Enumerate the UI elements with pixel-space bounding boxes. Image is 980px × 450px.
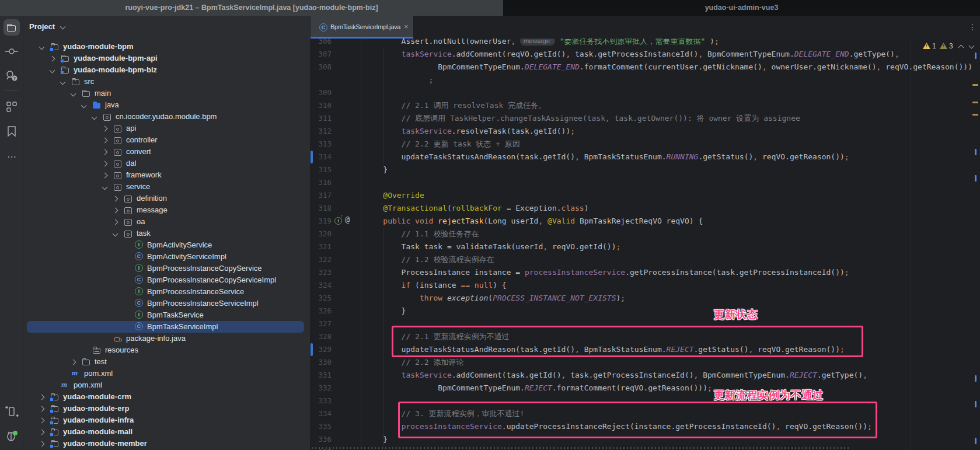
- line-number-324[interactable]: 324: [311, 279, 332, 292]
- line-number-321[interactable]: 321: [311, 240, 332, 253]
- line-number-336[interactable]: 336: [311, 433, 332, 446]
- tree-item-oa[interactable]: oa: [23, 216, 310, 228]
- line-number-325[interactable]: 325: [311, 292, 332, 305]
- tree-item-service[interactable]: service: [23, 181, 310, 193]
- chevron-right-icon[interactable]: [113, 219, 118, 225]
- code-line-323[interactable]: ProcessInstance instance = processInstan…: [365, 266, 849, 279]
- line-number-322[interactable]: 322: [311, 253, 332, 266]
- line-number-311[interactable]: 311: [311, 112, 332, 125]
- tree-item-yudao-module-bpm[interactable]: yudao-module-bpm: [23, 41, 310, 53]
- code-line-312[interactable]: taskService.resolveTask(task.getId());: [365, 125, 575, 138]
- tree-item-bpmprocessinstanceservice[interactable]: IBpmProcessInstanceService: [23, 286, 310, 298]
- tree-item-controller[interactable]: controller: [23, 134, 310, 146]
- tree-item-java[interactable]: java: [23, 99, 310, 111]
- tree-item-yudao-module-erp[interactable]: yudao-module-erp: [23, 403, 310, 414]
- tree-item-test[interactable]: test: [23, 356, 310, 368]
- code-line-314[interactable]: updateTaskStatusAndReason(task.getId(), …: [365, 151, 849, 163]
- chevron-down-icon[interactable]: [50, 68, 55, 74]
- code-line-326[interactable]: }: [365, 305, 406, 318]
- line-number-333[interactable]: 333: [311, 395, 332, 407]
- chevron-right-icon[interactable]: [113, 208, 118, 214]
- code-line-313[interactable]: // 2.2 更新 task 状态 + 原因: [365, 138, 520, 151]
- structure-icon[interactable]: [0, 98, 23, 114]
- chevron-right-icon[interactable]: [102, 138, 108, 144]
- code-area[interactable]: 3063073083093103113123133143153163173183…: [310, 39, 980, 450]
- tree-item-definition[interactable]: definition: [23, 193, 310, 204]
- code-line-307[interactable]: taskService.addComment(reqVO.getId(), ta…: [365, 48, 899, 61]
- error-stripe-mark[interactable]: [975, 175, 976, 182]
- tree-item-message[interactable]: message: [23, 204, 310, 216]
- line-number-334[interactable]: 334: [311, 407, 332, 420]
- chevron-right-icon[interactable]: [39, 441, 45, 447]
- chevron-right-icon[interactable]: [39, 406, 45, 412]
- code-line-wrap[interactable]: ;: [365, 74, 433, 86]
- line-number-313[interactable]: 313: [311, 138, 332, 151]
- line-number-331[interactable]: 331: [311, 369, 332, 382]
- tree-item-main[interactable]: main: [23, 88, 310, 99]
- line-number-327[interactable]: 327: [311, 318, 332, 330]
- tree-item-yudao-module-bpm-biz[interactable]: yudao-module-bpm-biz: [23, 64, 310, 76]
- error-stripe-mark[interactable]: [975, 438, 976, 444]
- line-number-316[interactable]: 316: [311, 176, 332, 189]
- error-stripe-mark[interactable]: [975, 149, 976, 155]
- bookmarks-icon[interactable]: [0, 123, 23, 139]
- chevron-down-icon[interactable]: [71, 91, 76, 97]
- code-line-308[interactable]: BpmCommentTypeEnum.DELEGATE_END.formatCo…: [365, 61, 972, 74]
- line-number-332[interactable]: 332: [311, 382, 332, 395]
- code-line-320[interactable]: // 1.1 校验任务存在: [365, 228, 479, 240]
- tree-item-bpmactivityservice[interactable]: IBpmActivityService: [23, 239, 310, 251]
- chevron-right-icon[interactable]: [71, 360, 76, 365]
- tree-item-bpmprocessinstancecopyserviceimpl[interactable]: CBpmProcessInstanceCopyServiceImpl: [23, 274, 310, 286]
- chevron-right-icon[interactable]: [102, 149, 108, 155]
- code-line-330[interactable]: // 2.2 添加评论: [365, 356, 463, 369]
- chevron-right-icon[interactable]: [39, 418, 45, 424]
- tree-item-package-info-java[interactable]: package-info.java: [23, 333, 310, 344]
- tree-item-task[interactable]: task: [23, 228, 310, 239]
- code-line-315[interactable]: }: [365, 163, 388, 176]
- code-line-324[interactable]: if (instance == null) {: [365, 279, 507, 292]
- line-number-309[interactable]: 309: [311, 86, 332, 99]
- line-number-312[interactable]: 312: [311, 125, 332, 138]
- line-number-315[interactable]: 315: [311, 163, 332, 176]
- line-number-307[interactable]: 307: [311, 48, 332, 61]
- line-number-310[interactable]: 310: [311, 99, 332, 112]
- code-line-317[interactable]: @Override: [365, 189, 424, 202]
- line-number-323[interactable]: 323: [311, 266, 332, 279]
- chevron-right-icon[interactable]: [102, 173, 108, 179]
- chevron-down-icon[interactable]: [113, 231, 118, 237]
- code-line-322[interactable]: // 1.2 校验流程实例存在: [365, 253, 494, 266]
- chevron-down-icon[interactable]: [60, 79, 66, 85]
- line-number-328[interactable]: 328: [311, 330, 332, 343]
- chevron-right-icon[interactable]: [50, 56, 55, 62]
- project-panel-title[interactable]: Project: [29, 22, 55, 31]
- tree-item-pom-xml[interactable]: mpom.xml: [23, 368, 310, 379]
- tree-item-cn-iocoder-yudao-module-bpm[interactable]: cn.iocoder.yudao.module.bpm: [23, 111, 310, 123]
- tree-item-bpmprocessinstancecopyservice[interactable]: IBpmProcessInstanceCopyService: [23, 263, 310, 274]
- line-number-335[interactable]: 335: [311, 420, 332, 433]
- close-icon[interactable]: ×: [404, 16, 409, 39]
- tree-item-convert[interactable]: convert: [23, 146, 310, 158]
- tree-item-framework[interactable]: framework: [23, 169, 310, 181]
- chevron-right-icon[interactable]: [113, 196, 118, 202]
- tree-item-yudao-module-bpm-api[interactable]: yudao-module-bpm-api: [23, 53, 310, 64]
- line-number-314[interactable]: 314: [311, 151, 332, 163]
- tree-item-bpmactivityserviceimpl[interactable]: CBpmActivityServiceImpl: [23, 251, 310, 263]
- prev-warning-icon[interactable]: [958, 45, 964, 51]
- line-number-319[interactable]: 319: [311, 215, 332, 228]
- line-number-308[interactable]: 308: [311, 61, 332, 74]
- line-number-306[interactable]: 306: [311, 39, 332, 48]
- commit-icon[interactable]: [0, 43, 23, 60]
- chevron-down-icon[interactable]: [81, 103, 87, 109]
- tree-item-yudao-module-member[interactable]: yudao-module-member: [23, 438, 310, 449]
- tree-item-yudao-module-infra[interactable]: yudao-module-infra: [23, 414, 310, 426]
- error-stripe-mark[interactable]: [972, 84, 978, 86]
- error-stripe-mark[interactable]: [975, 401, 976, 407]
- tree-item-bpmprocessinstanceserviceimpl[interactable]: CBpmProcessInstanceServiceImpl: [23, 298, 310, 309]
- tree-item-yudao-module-crm[interactable]: yudao-module-crm: [23, 391, 310, 403]
- tab-options-icon[interactable]: ⋮: [968, 20, 976, 34]
- error-stripe-mark[interactable]: [975, 53, 976, 59]
- tree-item-dal[interactable]: dal: [23, 158, 310, 169]
- line-number-330[interactable]: 330: [311, 356, 332, 369]
- line-number-317[interactable]: 317: [311, 189, 332, 202]
- annotation-gutter-icon[interactable]: @: [345, 215, 350, 224]
